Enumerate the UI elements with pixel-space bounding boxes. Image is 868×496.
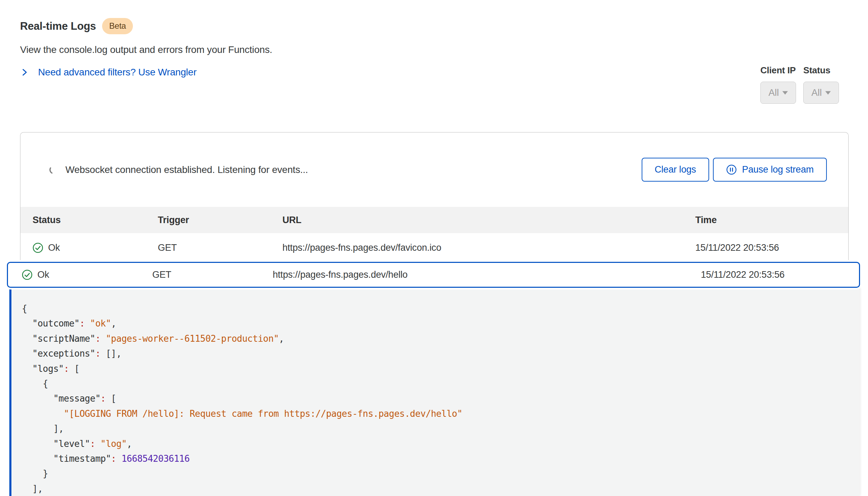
url-value: https://pages-fns.pages.dev/favicon.ico xyxy=(282,242,695,253)
time-value: 15/11/2022 20:53:56 xyxy=(701,269,859,280)
logs-toolbar: Websocket connection established. Listen… xyxy=(20,132,848,207)
selected-log-row[interactable]: Ok GET https://pages-fns.pages.dev/hello… xyxy=(7,262,860,288)
beta-badge: Beta xyxy=(102,18,133,34)
log-json-viewer: { "outcome": "ok", "scriptName": "pages-… xyxy=(22,301,853,496)
trigger-value: GET xyxy=(152,269,273,280)
log-json-panel: { "outcome": "ok", "scriptName": "pages-… xyxy=(9,287,860,496)
caret-down-icon xyxy=(782,91,788,95)
pause-icon xyxy=(726,164,737,175)
spinner-icon xyxy=(49,165,58,175)
status-filter: Status All xyxy=(803,65,839,104)
caret-down-icon xyxy=(825,91,831,95)
client-ip-filter-label: Client IP xyxy=(760,65,796,76)
page-title: Real-time Logs xyxy=(20,20,96,33)
url-value: https://pages-fns.pages.dev/hello xyxy=(273,269,701,280)
wrangler-link[interactable]: Need advanced filters? Use Wrangler xyxy=(20,67,197,78)
client-ip-filter-value: All xyxy=(768,88,779,98)
client-ip-filter: Client IP All xyxy=(760,65,796,104)
page-subtitle: View the console.log output and errors f… xyxy=(20,44,272,55)
log-table-header: Status Trigger URL Time xyxy=(20,207,848,233)
column-header-url: URL xyxy=(282,215,695,226)
clear-logs-button[interactable]: Clear logs xyxy=(642,158,709,182)
expanded-log-entry: Ok GET https://pages-fns.pages.dev/hello… xyxy=(7,262,860,496)
client-ip-filter-dropdown[interactable]: All xyxy=(760,82,796,104)
column-header-status: Status xyxy=(33,215,158,226)
column-header-trigger: Trigger xyxy=(158,215,282,226)
status-filter-dropdown[interactable]: All xyxy=(803,82,839,104)
toolbar-actions: Clear logs Pause log stream xyxy=(642,158,827,182)
status-filter-value: All xyxy=(811,88,822,98)
status-cell: Ok xyxy=(33,242,158,253)
status-value: Ok xyxy=(37,269,49,280)
log-filters: Client IP All Status All xyxy=(760,65,839,104)
chevron-right-icon xyxy=(20,68,29,77)
log-table-row[interactable]: Ok GET https://pages-fns.pages.dev/favic… xyxy=(20,233,848,263)
pause-log-stream-label: Pause log stream xyxy=(742,164,814,175)
logs-panel: Websocket connection established. Listen… xyxy=(20,132,849,262)
pause-log-stream-button[interactable]: Pause log stream xyxy=(713,158,827,182)
clear-logs-label: Clear logs xyxy=(655,164,696,175)
page-header: Real-time Logs Beta xyxy=(20,18,133,34)
wrangler-link-label: Need advanced filters? Use Wrangler xyxy=(38,67,197,78)
success-check-icon xyxy=(33,242,43,253)
time-value: 15/11/2022 20:53:56 xyxy=(695,242,848,253)
status-cell: Ok xyxy=(22,269,152,280)
column-header-time: Time xyxy=(695,215,848,226)
status-filter-label: Status xyxy=(803,65,839,76)
trigger-value: GET xyxy=(158,242,282,253)
websocket-status-message: Websocket connection established. Listen… xyxy=(65,164,308,175)
success-check-icon xyxy=(22,269,33,280)
status-value: Ok xyxy=(48,242,60,253)
